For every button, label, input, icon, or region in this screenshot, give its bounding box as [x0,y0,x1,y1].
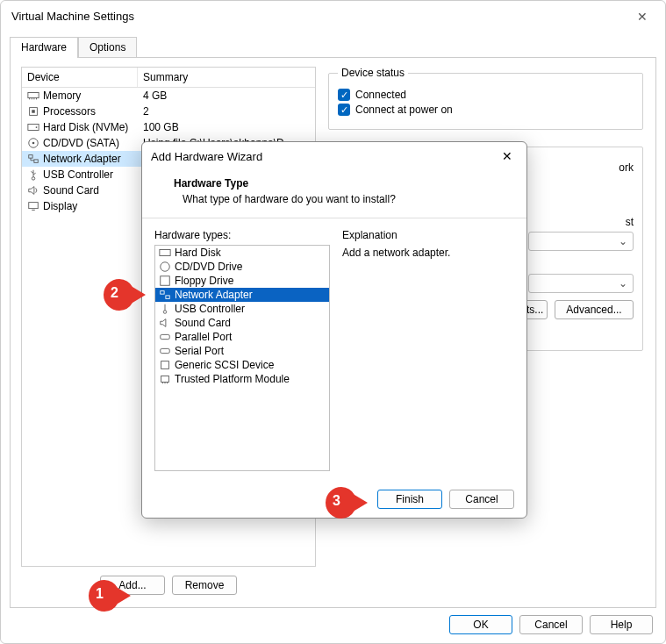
hw-item-serial[interactable]: Serial Port [155,344,329,358]
cancel-button[interactable]: Cancel [519,615,583,634]
network-icon [159,289,171,301]
hw-item-label: Sound Card [175,317,231,329]
device-table-header: Device Summary [22,68,315,88]
tab-options[interactable]: Options [78,37,137,58]
close-icon[interactable]: ✕ [630,6,655,27]
device-row-processors[interactable]: Processors 2 [22,104,315,119]
disc-icon [159,261,171,273]
svg-point-8 [36,126,38,128]
remove-device-button[interactable]: Remove [172,576,237,595]
device-summary: 2 [138,104,315,118]
svg-rect-6 [32,110,35,113]
disc-icon [27,137,39,149]
sound-icon [159,317,171,329]
hw-item-scsi[interactable]: Generic SCSI Device [155,358,329,372]
device-summary: 100 GB [138,120,315,134]
connected-label: Connected [355,89,406,101]
connect-poweron-checkbox[interactable]: ✓ Connect at power on [338,104,634,116]
sound-icon [27,184,39,197]
chevron-down-icon: ⌄ [619,277,627,290]
svg-rect-15 [29,203,39,209]
poweron-label: Connect at power on [355,104,453,116]
floppy-icon [159,275,171,287]
device-label: Hard Disk (NVMe) [43,121,128,133]
add-hardware-wizard: Add Hardware Wizard ✕ Hardware Type What… [141,141,527,519]
svg-point-10 [32,142,35,145]
tpm-icon [159,373,171,385]
svg-rect-25 [161,348,170,353]
device-status-legend: Device status [338,67,408,79]
hw-item-floppy[interactable]: Floppy Drive [155,274,329,288]
col-device: Device [22,68,138,87]
hw-item-harddisk[interactable]: Hard Disk [155,246,329,260]
hw-item-label: Parallel Port [175,331,232,343]
hw-item-network[interactable]: Network Adapter [155,288,329,302]
hw-item-tpm[interactable]: Trusted Platform Module [155,372,329,386]
svg-rect-26 [161,361,169,369]
svg-rect-17 [160,250,170,256]
connected-checkbox[interactable]: ✓ Connected [338,89,634,101]
tab-strip: Hardware Options [1,36,665,57]
svg-rect-12 [34,160,38,163]
device-label: Network Adapter [43,153,121,165]
hw-item-label: Floppy Drive [175,275,233,287]
memory-icon [27,89,39,102]
hw-item-usb[interactable]: USB Controller [155,302,329,316]
hw-item-label: USB Controller [175,303,245,315]
usb-icon [27,168,39,181]
chevron-down-icon: ⌄ [619,235,627,247]
close-icon[interactable]: ✕ [497,147,518,165]
hw-item-cddvd[interactable]: CD/DVD Drive [155,260,329,274]
svg-rect-19 [161,276,170,286]
device-label: Display [43,200,77,212]
svg-rect-27 [161,376,169,383]
port-icon [159,331,171,343]
svg-rect-0 [28,93,39,98]
harddisk-icon [27,121,39,133]
usb-icon [159,303,171,315]
wizard-subheading: What type of hardware do you want to ins… [183,193,509,205]
network-icon [27,153,39,165]
window-title: Virtual Machine Settings [11,10,630,23]
add-device-button[interactable]: Add... [100,576,165,595]
ok-button[interactable]: OK [449,615,512,634]
tab-hardware[interactable]: Hardware [10,37,78,58]
window-titlebar: Virtual Machine Settings ✕ [1,1,665,32]
svg-point-18 [161,262,170,272]
device-row-memory[interactable]: Memory 4 GB [22,88,315,104]
scsi-icon [159,359,171,371]
explanation-text: Add a network adapter. [342,247,514,259]
device-label: Processors [43,105,96,118]
device-row-harddisk[interactable]: Hard Disk (NVMe) 100 GB [22,119,315,135]
finish-button[interactable]: Finish [377,490,442,509]
hardware-types-list[interactable]: Hard Disk CD/DVD Drive Floppy Drive Netw… [154,245,330,471]
svg-rect-11 [29,155,32,159]
hw-item-sound[interactable]: Sound Card [155,316,329,330]
device-label: CD/DVD (SATA) [43,137,119,149]
device-status-group: Device status ✓ Connected ✓ Connect at p… [328,67,643,130]
svg-point-22 [163,311,167,314]
help-button[interactable]: Help [590,615,653,634]
checkmark-icon: ✓ [338,104,350,116]
combobox[interactable]: ⌄ [528,274,634,293]
hw-item-label: CD/DVD Drive [175,261,242,273]
hw-item-label: Generic SCSI Device [175,359,274,371]
wizard-header: Hardware Type What type of hardware do y… [142,170,526,218]
device-summary: 4 GB [138,89,315,103]
explanation-label: Explanation [342,229,514,241]
advanced-button[interactable]: Advanced... [555,300,634,319]
svg-point-13 [32,177,35,181]
dialog-buttons: OK Cancel Help [449,615,653,634]
col-summary: Summary [138,68,315,87]
wizard-title: Add Hardware Wizard [151,150,497,163]
cpu-icon [27,105,39,118]
wizard-heading: Hardware Type [174,177,509,190]
hw-item-label: Network Adapter [175,289,253,301]
wizard-cancel-button[interactable]: Cancel [449,490,514,509]
wizard-titlebar: Add Hardware Wizard ✕ [142,142,526,170]
svg-rect-20 [161,291,164,295]
hw-item-parallel[interactable]: Parallel Port [155,330,329,344]
combobox[interactable]: ⌄ [528,232,634,251]
harddisk-icon [159,247,171,259]
hw-item-label: Serial Port [175,345,224,357]
